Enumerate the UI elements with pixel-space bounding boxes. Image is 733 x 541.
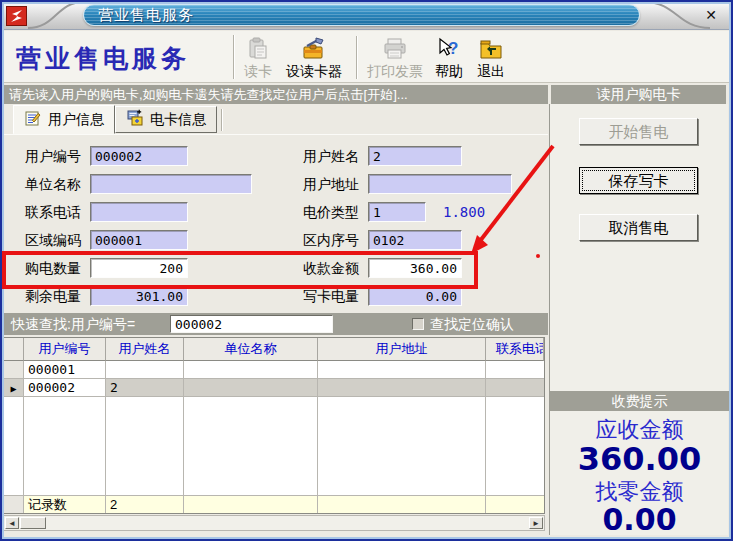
- user-name-label: 用户姓名: [303, 146, 359, 166]
- cell-user-id: 000001: [24, 361, 106, 379]
- titlebar-curve-left: [26, 0, 86, 30]
- exit-icon: [479, 36, 503, 62]
- table-header-user-id: 用户编号: [24, 338, 106, 361]
- remaining-label: 剩余电量: [25, 286, 81, 306]
- company-field[interactable]: [90, 174, 252, 194]
- table-header-company: 单位名称: [184, 338, 318, 361]
- tab-user-info-label: 用户信息: [48, 111, 104, 129]
- change-value: 0.00: [550, 502, 729, 537]
- tab-card-info-label: 电卡信息: [150, 111, 206, 129]
- remaining-field[interactable]: [90, 286, 188, 306]
- quick-search-label: 快速查找:用户编号=: [11, 313, 135, 335]
- price-type-field[interactable]: [368, 202, 426, 222]
- receivable-value: 360.00: [550, 440, 729, 478]
- right-panel-header: 读用户购电卡: [551, 85, 726, 104]
- right-panel: 开始售电 保存写卡 取消售电 收费提示 应收金额 360.00 找零金额 0.0…: [549, 104, 728, 535]
- tab-user-info[interactable]: 用户信息: [13, 105, 115, 134]
- set-reader-button[interactable]: 设读卡器: [276, 34, 352, 81]
- table-header-address: 用户地址: [318, 338, 486, 361]
- exit-label: 退出: [477, 62, 505, 80]
- company-label: 单位名称: [25, 174, 81, 194]
- amount-field[interactable]: [368, 258, 462, 278]
- help-button[interactable]: ? 帮助: [428, 34, 470, 81]
- read-card-button[interactable]: 读卡: [240, 34, 276, 81]
- row-selector-cell: ▶: [4, 379, 24, 397]
- cell-address: [318, 379, 486, 397]
- area-seq-field[interactable]: [368, 230, 462, 250]
- exit-button[interactable]: 退出: [470, 34, 512, 81]
- toolbar-separator: [233, 35, 235, 79]
- status-message-bar: 请先读入用户的购电卡,如购电卡遗失请先查找定位用户后点击[开始]...: [3, 85, 548, 104]
- toolbox-icon: [301, 36, 327, 62]
- cell-user-id: 000002: [24, 379, 106, 397]
- title-bar: 营业售电服务 ✕: [0, 0, 733, 30]
- cell-user-name: 2: [106, 379, 184, 397]
- cell-company: [184, 361, 318, 379]
- help-label: 帮助: [435, 62, 463, 80]
- area-code-label: 区域编码: [25, 230, 81, 250]
- record-count-label: 记录数: [24, 495, 106, 513]
- printer-icon: [383, 36, 407, 62]
- app-title: 营业售电服务: [16, 42, 190, 75]
- horizontal-scrollbar[interactable]: ◄ ►: [3, 515, 545, 531]
- cell-company: [184, 379, 318, 397]
- locate-confirm-label: 查找定位确认: [430, 313, 514, 335]
- user-table: 用户编号 用户姓名 单位名称 用户地址 联系电话 000001 ▶ 000002…: [3, 337, 545, 514]
- close-button[interactable]: ✕: [702, 6, 720, 24]
- svg-text:?: ?: [448, 39, 458, 58]
- tab-bar: 用户信息 电卡信息: [3, 105, 548, 134]
- app-logo-icon: [6, 6, 27, 26]
- scroll-left-button[interactable]: ◄: [5, 517, 19, 529]
- table-footer-row: 记录数 2: [4, 495, 544, 513]
- print-invoice-button[interactable]: 打印发票: [362, 34, 428, 81]
- table-row-selected[interactable]: ▶ 000002 2: [4, 379, 544, 397]
- table-header-selector: [4, 338, 24, 361]
- user-id-field[interactable]: [90, 146, 188, 166]
- write-card-field[interactable]: [368, 286, 462, 306]
- phone-label: 联系电话: [25, 202, 81, 222]
- save-write-card-button[interactable]: 保存写卡: [579, 167, 698, 194]
- cell-phone: [486, 379, 544, 397]
- app-window: 营业售电服务 ✕ 营业售电服务 读卡: [0, 0, 733, 541]
- cancel-sale-button[interactable]: 取消售电: [579, 214, 698, 241]
- table-header-phone: 联系电话: [486, 338, 544, 361]
- annotation-dot: [536, 254, 540, 258]
- address-field[interactable]: [368, 174, 512, 194]
- print-invoice-label: 打印发票: [367, 62, 423, 80]
- start-sale-button[interactable]: 开始售电: [579, 118, 698, 145]
- tab-card-info[interactable]: 电卡信息: [115, 106, 217, 133]
- read-card-label: 读卡: [244, 62, 272, 80]
- price-type-label: 电价类型: [303, 202, 359, 222]
- locate-confirm-checkbox[interactable]: [412, 318, 424, 330]
- card-plus-icon: [126, 109, 144, 130]
- quick-search-bar: 快速查找:用户编号= 查找定位确认: [3, 313, 548, 335]
- table-empty-area: [4, 397, 544, 495]
- cell-phone: [486, 361, 544, 379]
- table-header-user-name: 用户姓名: [106, 338, 184, 361]
- tab-separator: [221, 109, 223, 131]
- cell-user-name: [106, 361, 184, 379]
- user-name-field[interactable]: [368, 146, 462, 166]
- phone-field[interactable]: [90, 202, 188, 222]
- row-selector-cell: [4, 361, 24, 379]
- address-label: 用户地址: [303, 174, 359, 194]
- table-row[interactable]: 000001: [4, 361, 544, 379]
- toolbar-group-separator: [356, 36, 358, 79]
- record-count-value: 2: [106, 495, 184, 513]
- set-reader-label: 设读卡器: [286, 62, 342, 80]
- window-title: 营业售电服务: [83, 4, 640, 26]
- help-icon: ?: [436, 36, 462, 62]
- amount-label: 收款金额: [303, 258, 359, 278]
- purchase-qty-field[interactable]: [90, 258, 188, 278]
- user-info-form: 用户编号 用户姓名 单位名称 用户地址 联系电话 电价类型 1.800 区域编码…: [3, 134, 548, 313]
- cell-address: [318, 361, 486, 379]
- toolbar: 营业售电服务 读卡: [2, 31, 731, 83]
- area-seq-label: 区内序号: [303, 230, 359, 250]
- price-rate-text: 1.800: [443, 202, 485, 222]
- user-id-label: 用户编号: [25, 146, 81, 166]
- scrollbar-thumb[interactable]: [20, 517, 46, 529]
- area-code-field[interactable]: [90, 230, 188, 250]
- card-reader-icon: [246, 36, 270, 62]
- quick-search-input[interactable]: [170, 315, 333, 333]
- scroll-right-button[interactable]: ►: [529, 517, 543, 529]
